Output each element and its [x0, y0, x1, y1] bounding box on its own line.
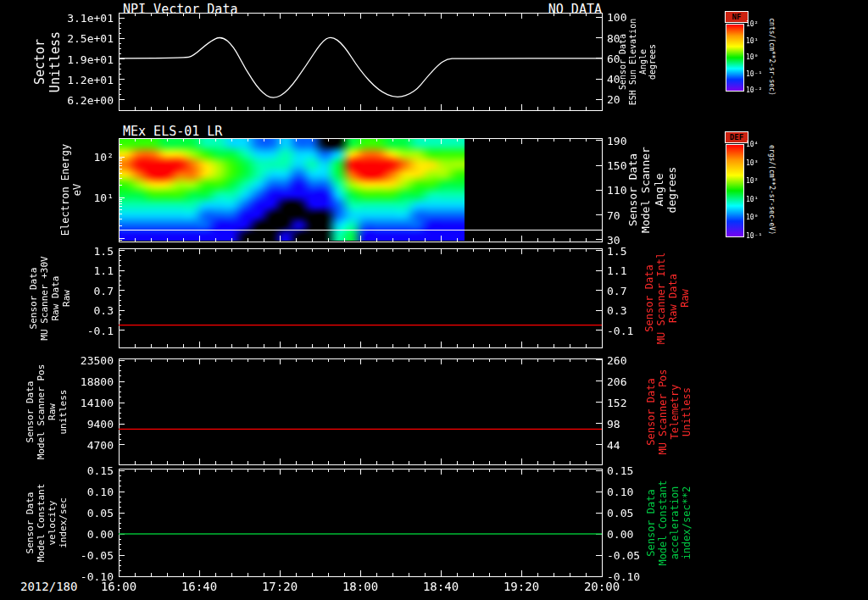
colorbar-tick-label: 10¹ [746, 195, 758, 203]
colorbar-tick-label: 10⁻¹ [746, 232, 762, 240]
colorbar-tick-label: 10⁴ [746, 141, 758, 148]
colorbar-tick-label: 10⁰ [746, 53, 758, 61]
x-tick-label: 18:40 [423, 580, 459, 593]
y-tick-label-right: 0.7 [607, 284, 646, 297]
y-tick-label-right: 0.00 [607, 528, 646, 541]
colorbar-tick-label: 10² [746, 177, 758, 185]
y-axis-label-left-npi-vector-data: Sector Unitless [33, 31, 63, 92]
y-tick-label-right: 0.10 [607, 486, 646, 498]
y-axis-label-right-mu-scanner-30v: Sensor Data MU Scanner Intl Raw Data Raw [643, 252, 692, 343]
y-tick-label-right: 1.1 [607, 264, 646, 277]
x-tick-label: 16:40 [181, 580, 217, 593]
y-axis-label-right-npi-vector-data: Sensor Data ESH Sun Elevation Angle degr… [618, 18, 658, 104]
colorbar-tick-label: 10⁻¹ [746, 69, 762, 77]
plot-svg [0, 0, 868, 600]
x-tick-label: 19:20 [504, 580, 539, 593]
y-tick-label-right: 152 [607, 396, 646, 408]
y-axis-label-left-model-scanner-pos: Sensor Data Model Scanner Pos Raw unitle… [25, 364, 70, 459]
y-tick-label-right: 1.5 [607, 244, 646, 257]
y-tick-label-right: 0.05 [607, 507, 646, 519]
y-tick-label-left: 0.15 [51, 464, 114, 477]
y-tick-label-right: 190 [607, 134, 646, 147]
panel-frame-mu-scanner-30v [119, 248, 602, 347]
panel-frame-mex-els-01-lr [119, 138, 602, 242]
y-tick-label-right: 44 [607, 438, 646, 451]
y-axis-label-left-mu-scanner-30v: Sensor Data MU Scanner +30V Raw Data Raw [29, 256, 73, 340]
colorbar-tick-label: 10⁻² [746, 86, 762, 94]
y-axis-label-right-model-constant-velocity: Sensor Data Model Constant acceleration … [645, 480, 693, 565]
panel-frame-model-scanner-pos [119, 358, 602, 464]
x-tick-label: 20:00 [584, 580, 620, 593]
plot-window: NPI Vector Data NO DATA MEx ELS-01 LR 20… [0, 0, 868, 600]
x-tick-label: 18:00 [342, 580, 378, 593]
y-axis-label-left-model-constant-velocity: Sensor Data Model Constant velocity inde… [25, 483, 70, 562]
panel-frame-npi-vector-data [119, 13, 602, 110]
series-sector-curve [119, 37, 602, 97]
y-tick-label-right: -0.05 [607, 549, 646, 562]
x-tick-label: 16:00 [101, 580, 136, 593]
colorbar-tick-label: 10⁰ [746, 214, 758, 221]
y-tick-label-right: -0.1 [607, 324, 646, 336]
y-axis-label-left-mex-els-01-lr: Electron Energy eV [59, 144, 83, 236]
panel-frame-model-constant-velocity [119, 469, 602, 576]
colorbar-tick-label: 10¹ [746, 36, 758, 44]
y-axis-label-right-mex-els-01-lr: Sensor Data Model Scanner Angle degrees [626, 147, 678, 233]
y-tick-label-right: 260 [607, 353, 646, 366]
x-tick-label: 17:20 [262, 580, 298, 593]
y-tick-label-left: 3.1e+01 [51, 12, 114, 25]
y-tick-label-right: 98 [607, 417, 646, 430]
colorbar-tick-label: 10² [746, 20, 758, 28]
y-axis-label-right-model-scanner-pos: Sensor Data MU Scanner Pos Telemetry Uni… [645, 369, 693, 454]
colorbar-tick-label: 10³ [746, 158, 758, 166]
y-tick-label-left: 1.5 [51, 244, 114, 257]
y-tick-label-right: 0.15 [607, 464, 646, 477]
y-tick-label-left: 6.2e+00 [51, 93, 114, 106]
y-tick-label-right: 0.3 [607, 304, 646, 317]
y-tick-label-right: 206 [607, 375, 646, 387]
